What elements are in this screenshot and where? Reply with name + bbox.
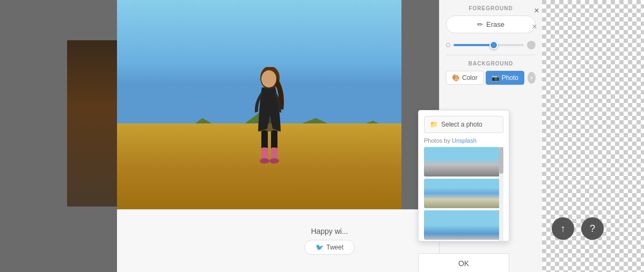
- help-icon: ?: [590, 223, 595, 234]
- girl-figure: [243, 67, 297, 180]
- select-photo-icon: 📁: [430, 121, 438, 128]
- photos-by-label: Photos by Unsplash: [424, 137, 503, 144]
- erase-button[interactable]: ✏ Erase: [446, 16, 536, 33]
- erase-icon: ✏: [477, 20, 483, 28]
- svg-point-7: [269, 158, 279, 164]
- photo-tab[interactable]: 📷 Photo: [486, 71, 524, 85]
- background-label: BACKGROUND: [446, 61, 536, 67]
- tweet-label: Tweet: [326, 244, 343, 251]
- svg-point-1: [261, 70, 276, 87]
- slider-max-indicator: [527, 41, 536, 49]
- photo-tab-label: Photo: [502, 74, 518, 82]
- upload-icon: ↑: [561, 223, 566, 234]
- color-tab[interactable]: 🎨 Color: [446, 71, 484, 85]
- clear-icon: ×: [530, 75, 533, 81]
- foreground-section: FOREGROUND ✏ Erase: [440, 0, 542, 38]
- photo-thumb-2[interactable]: [424, 179, 503, 208]
- photo-dropdown-panel: 📁 Select a photo Photos by Unsplash: [418, 110, 509, 241]
- tweet-button[interactable]: 🐦 Tweet: [304, 240, 355, 255]
- slider-track[interactable]: [453, 44, 524, 46]
- left-thumbnail: [67, 40, 118, 207]
- background-section: BACKGROUND 🎨 Color 📷 Photo ×: [440, 55, 542, 89]
- help-button[interactable]: ?: [581, 217, 604, 240]
- ok-button[interactable]: OK: [418, 253, 509, 272]
- slider-section: [440, 38, 542, 55]
- photos-by-text: Photos by: [424, 137, 450, 144]
- scroll-thumb[interactable]: [499, 147, 503, 174]
- erase-label: Erase: [486, 20, 504, 28]
- svg-point-6: [260, 158, 269, 164]
- slider-min-indicator: [446, 43, 450, 47]
- upload-button[interactable]: ↑: [552, 217, 574, 240]
- select-photo-label: Select a photo: [441, 121, 482, 128]
- slider-thumb[interactable]: [489, 41, 498, 49]
- unsplash-link[interactable]: Unsplash: [452, 137, 477, 144]
- happy-text: Happy wi...: [311, 227, 348, 236]
- color-icon: 🎨: [452, 74, 460, 82]
- background-tabs: 🎨 Color 📷 Photo ×: [446, 71, 536, 85]
- foreground-label: FOREGROUND: [446, 5, 536, 11]
- color-tab-label: Color: [462, 74, 478, 82]
- main-image-area: [117, 0, 401, 209]
- modal-close-button[interactable]: ×: [530, 4, 543, 17]
- clear-background-button[interactable]: ×: [528, 72, 536, 84]
- select-photo-button[interactable]: 📁 Select a photo: [424, 116, 503, 133]
- photo-icon: 📷: [492, 74, 500, 82]
- panel-close-x[interactable]: ×: [528, 20, 541, 33]
- scroll-bar[interactable]: [499, 147, 503, 241]
- tweet-icon: 🐦: [316, 244, 324, 251]
- photo-thumbnails-container: [424, 147, 503, 241]
- photo-thumb-1[interactable]: [424, 147, 503, 177]
- photo-thumb-3[interactable]: [424, 210, 503, 240]
